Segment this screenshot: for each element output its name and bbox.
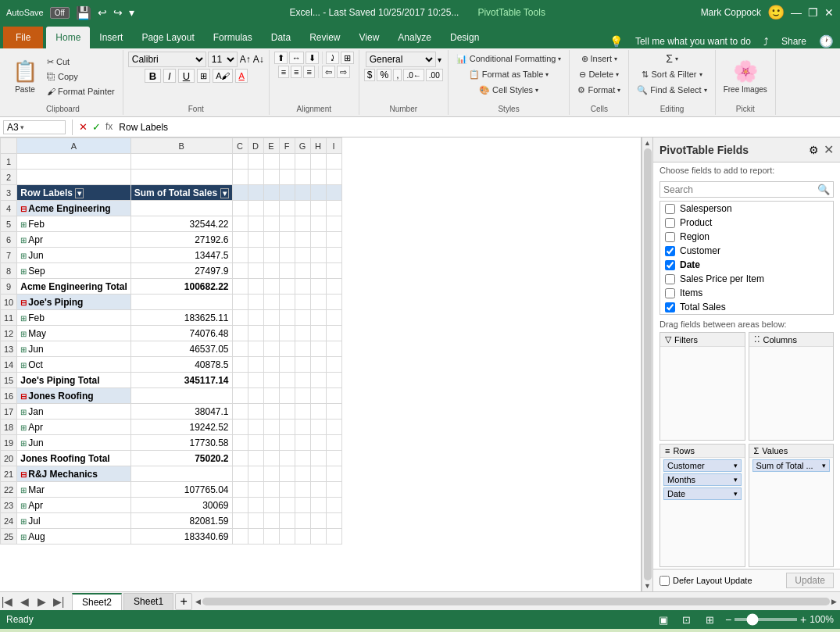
cell-a[interactable]: ⊞Jun xyxy=(17,248,130,263)
number-format-select[interactable]: General xyxy=(366,52,436,67)
redo-icon[interactable]: ↪ xyxy=(113,6,123,19)
font-size-select[interactable]: 11 xyxy=(208,52,238,67)
cell-empty[interactable] xyxy=(232,341,248,357)
tab-view[interactable]: View xyxy=(350,27,389,48)
cell-empty[interactable] xyxy=(263,185,279,201)
cell-empty[interactable] xyxy=(263,341,279,357)
cell-empty[interactable] xyxy=(295,404,310,420)
cell-empty[interactable] xyxy=(295,216,310,232)
cell-empty[interactable] xyxy=(326,482,341,498)
cell-a[interactable]: ⊞Jun xyxy=(17,435,130,451)
cell-empty[interactable] xyxy=(232,388,248,404)
cell-a[interactable]: ⊞Apr xyxy=(17,498,130,513)
scroll-thumb[interactable] xyxy=(644,148,652,580)
rows-chip-customer[interactable]: Customer ▾ xyxy=(663,459,742,472)
cell-b[interactable]: 40878.5 xyxy=(130,357,232,373)
collapse-icon[interactable]: ⊟ xyxy=(20,470,27,479)
merge-button[interactable]: ⊞ xyxy=(341,52,354,64)
cell-a[interactable]: ⊞Jan xyxy=(17,404,130,420)
cell-empty[interactable] xyxy=(248,341,263,357)
expand-icon[interactable]: ⊞ xyxy=(20,345,27,354)
cell-empty[interactable] xyxy=(248,466,263,482)
cell-empty[interactable] xyxy=(232,482,248,498)
expand-icon[interactable]: ⊞ xyxy=(20,267,27,276)
wrap-text-button[interactable]: ⤸ xyxy=(326,52,339,64)
field-region-checkbox[interactable] xyxy=(665,232,675,242)
cell-b[interactable] xyxy=(130,295,232,310)
cell-empty[interactable] xyxy=(232,435,248,451)
cell-a[interactable]: ⊞Jul xyxy=(17,513,130,529)
filter-b-dropdown-icon[interactable]: ▾ xyxy=(220,188,229,198)
cell-empty[interactable] xyxy=(310,216,326,232)
col-header-g[interactable]: G xyxy=(295,138,310,154)
cell-empty[interactable] xyxy=(279,420,295,435)
cell-empty[interactable] xyxy=(232,248,248,263)
align-right-button[interactable]: ≡ xyxy=(303,66,314,78)
cell-empty[interactable] xyxy=(248,248,263,263)
underline-button[interactable]: U xyxy=(178,69,195,83)
cell-empty[interactable] xyxy=(279,279,295,295)
cell-empty[interactable] xyxy=(232,498,248,513)
free-images-button[interactable]: 🌸 Free Images xyxy=(720,53,770,100)
tab-review[interactable]: Review xyxy=(300,27,349,48)
field-items[interactable]: Items xyxy=(660,286,833,300)
cell-a[interactable]: Joe's Piping Total xyxy=(17,373,130,388)
cell-empty[interactable] xyxy=(279,482,295,498)
drag-area-filters[interactable]: ▽ Filters xyxy=(659,332,745,441)
cell-b[interactable]: 183625.11 xyxy=(130,310,232,326)
cell-empty[interactable] xyxy=(263,326,279,341)
expand-icon[interactable]: ⊞ xyxy=(20,314,27,323)
expand-icon[interactable]: ⊞ xyxy=(20,330,27,338)
cell-empty[interactable] xyxy=(279,201,295,216)
zoom-out-btn[interactable]: − xyxy=(725,613,731,626)
cell-empty[interactable] xyxy=(326,357,341,373)
cell-empty[interactable] xyxy=(279,373,295,388)
cell-empty[interactable] xyxy=(310,435,326,451)
formula-input[interactable] xyxy=(116,122,837,133)
find-select-button[interactable]: 🔍Find & Select▾ xyxy=(634,83,710,97)
pivot-search-box[interactable]: 🔍 xyxy=(659,181,834,198)
tab-insert[interactable]: Insert xyxy=(90,27,132,48)
cell-empty[interactable] xyxy=(248,451,263,466)
close-btn[interactable]: ✕ xyxy=(824,6,834,19)
field-sales-price-checkbox[interactable] xyxy=(665,274,675,284)
align-top-button[interactable]: ⬆ xyxy=(274,52,288,64)
col-header-c[interactable]: C xyxy=(232,138,248,154)
field-items-checkbox[interactable] xyxy=(665,288,675,298)
defer-update-checkbox-area[interactable]: Defer Layout Update xyxy=(659,576,752,586)
expand-icon[interactable]: ⊞ xyxy=(20,220,27,229)
cell-empty[interactable] xyxy=(248,263,263,279)
cell-a[interactable]: ⊞Oct xyxy=(17,357,130,373)
cell-a[interactable] xyxy=(17,170,130,185)
cell-empty[interactable] xyxy=(295,373,310,388)
cell-b[interactable]: 13447.5 xyxy=(130,248,232,263)
cell-empty[interactable] xyxy=(232,216,248,232)
number-format-expand[interactable]: ▾ xyxy=(438,55,441,64)
fill-color-button[interactable]: A🖌 xyxy=(213,69,233,83)
cell-empty[interactable] xyxy=(263,279,279,295)
sort-filter-button[interactable]: ⇅Sort & Filter▾ xyxy=(638,67,705,81)
cell-empty[interactable] xyxy=(310,341,326,357)
cell-empty[interactable] xyxy=(310,513,326,529)
field-salesperson[interactable]: Salesperson xyxy=(660,202,833,216)
confirm-formula-icon[interactable]: ✓ xyxy=(92,121,101,133)
delete-button[interactable]: ⊖Delete▾ xyxy=(576,67,622,81)
cell-empty[interactable] xyxy=(310,420,326,435)
cell-empty[interactable] xyxy=(263,451,279,466)
cell-b[interactable]: Sum of Total Sales ▾ xyxy=(130,185,232,201)
cell-empty[interactable] xyxy=(295,466,310,482)
tab-first-btn[interactable]: |◀ xyxy=(0,595,14,609)
cell-empty[interactable] xyxy=(232,420,248,435)
cell-empty[interactable] xyxy=(232,170,248,185)
cell-empty[interactable] xyxy=(232,232,248,248)
cell-empty[interactable] xyxy=(263,295,279,310)
tab-design[interactable]: Design xyxy=(441,27,488,48)
cell-empty[interactable] xyxy=(295,279,310,295)
cell-empty[interactable] xyxy=(263,466,279,482)
cell-empty[interactable] xyxy=(326,232,341,248)
cell-a[interactable]: Jones Roofing Total xyxy=(17,451,130,466)
cell-empty[interactable] xyxy=(263,154,279,170)
drag-area-rows[interactable]: ≡ Rows Customer ▾ Months ▾ Date ▾ xyxy=(659,444,745,568)
tab-file[interactable]: File xyxy=(3,27,43,48)
cell-empty[interactable] xyxy=(248,482,263,498)
